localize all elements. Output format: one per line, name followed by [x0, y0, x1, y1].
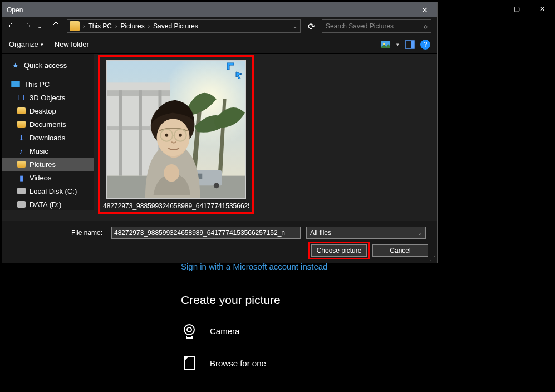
section-title: Create your picture — [181, 293, 543, 307]
file-area[interactable]: 48272973_988599324658989_641777415356625… — [94, 54, 437, 210]
forward-button[interactable]: 🡢 — [20, 20, 32, 32]
filename-label: File name: — [11, 229, 106, 237]
tree-label: DATA (D:) — [30, 200, 61, 209]
tree-label: Desktop — [30, 107, 56, 115]
folder-icon — [17, 120, 26, 129]
desktop-item[interactable]: Desktop — [2, 104, 94, 117]
downloads-item[interactable]: ⬇ Downloads — [2, 131, 94, 144]
tree-label: Quick access — [24, 61, 67, 70]
chevron-right-icon: › — [148, 23, 150, 30]
dialog-body: ★ Quick access This PC ❒ 3D Objects Desk… — [2, 54, 437, 210]
settings-content: Sign in with a Microsoft account instead… — [181, 262, 543, 371]
music-item[interactable]: ♪ Music — [2, 144, 94, 158]
filename-input[interactable] — [111, 227, 301, 239]
refresh-button[interactable]: ⟳ — [305, 20, 317, 32]
tree-label: Downloads — [30, 134, 65, 142]
camera-icon — [181, 322, 198, 339]
tree-label: Local Disk (C:) — [30, 187, 77, 195]
caret-down-icon[interactable]: ▾ — [396, 42, 399, 47]
thumbnail-image — [106, 60, 246, 199]
3d-objects-item[interactable]: ❒ 3D Objects — [2, 91, 94, 104]
filter-value: All files — [310, 229, 331, 237]
cube-icon: ❒ — [17, 93, 26, 102]
star-icon: ★ — [11, 61, 20, 70]
pc-icon — [11, 80, 20, 89]
resize-grip[interactable]: ⋰ — [429, 255, 436, 262]
dialog-title: Open — [7, 6, 23, 14]
search-icon: ⌕ — [424, 22, 428, 30]
option-browse[interactable]: Browse for one — [181, 355, 543, 371]
cancel-button[interactable]: Cancel — [372, 244, 428, 257]
preview-pane-button[interactable] — [405, 40, 415, 50]
download-icon: ⬇ — [17, 133, 26, 142]
maximize-button[interactable]: ▢ — [504, 0, 529, 18]
choose-picture-button[interactable]: Choose picture — [311, 244, 367, 257]
filename-row: File name: All files ⌄ — [2, 221, 437, 239]
breadcrumb[interactable]: Pictures — [120, 22, 144, 30]
breadcrumb[interactable]: This PC — [88, 22, 112, 30]
tree-sidebar[interactable]: ★ Quick access This PC ❒ 3D Objects Desk… — [2, 54, 94, 210]
thumbnail-caption: 48272973_988599324658989_641777415356625… — [103, 202, 249, 210]
this-pc-item[interactable]: This PC — [2, 77, 94, 91]
svg-rect-6 — [411, 41, 414, 48]
recent-locations-button[interactable]: ⌄ — [33, 20, 46, 32]
organize-button[interactable]: Organize ▾ — [9, 40, 43, 48]
tree-label: Pictures — [30, 160, 56, 169]
chevron-down-icon: ⌄ — [418, 230, 422, 236]
svg-rect-12 — [119, 90, 122, 176]
tree-label: 3D Objects — [30, 94, 65, 102]
browse-icon — [181, 355, 198, 371]
disk-icon — [17, 187, 26, 195]
svg-point-26 — [165, 134, 168, 137]
help-button[interactable]: ? — [420, 40, 430, 50]
documents-item[interactable]: Documents — [2, 117, 94, 131]
toolbar: Organize ▾ New folder ▾ ? — [2, 35, 437, 54]
caret-down-icon: ▾ — [41, 42, 43, 47]
music-icon: ♪ — [17, 146, 26, 155]
search-input[interactable]: Search Saved Pictures ⌕ — [322, 19, 431, 33]
open-dialog: Open ✕ 🡠 🡢 ⌄ 🡡 › This PC › Pictures › Sa… — [2, 2, 438, 263]
videos-item[interactable]: ▮ Videos — [2, 171, 94, 184]
dialog-titlebar: Open ✕ — [2, 2, 437, 17]
svg-point-27 — [179, 134, 182, 137]
svg-point-20 — [164, 164, 179, 182]
up-button[interactable]: 🡡 — [50, 20, 62, 32]
disk-icon — [17, 200, 26, 209]
new-folder-button[interactable]: New folder — [55, 40, 89, 48]
minimize-button[interactable]: — — [478, 0, 504, 18]
tree-label: This PC — [24, 80, 50, 89]
pictures-item[interactable]: Pictures — [2, 158, 94, 171]
breadcrumb[interactable]: Saved Pictures — [153, 22, 198, 30]
address-bar[interactable]: › This PC › Pictures › Saved Pictures ⌄ — [67, 19, 301, 33]
chevron-right-icon: › — [83, 23, 85, 30]
folder-icon — [70, 21, 80, 31]
back-button[interactable]: 🡠 — [7, 20, 19, 32]
folder-icon — [17, 106, 26, 115]
svg-point-1 — [187, 327, 191, 332]
view-mode-button[interactable] — [381, 40, 391, 50]
local-disk-c-item[interactable]: Local Disk (C:) — [2, 184, 94, 198]
svg-point-19 — [214, 183, 219, 188]
quick-access-item[interactable]: ★ Quick access — [2, 58, 94, 72]
dialog-close-button[interactable]: ✕ — [412, 2, 437, 17]
tree-label: Videos — [30, 174, 52, 182]
svg-rect-13 — [139, 90, 142, 176]
thumbnail-highlight: 48272973_988599324658989_641777415356625… — [98, 55, 254, 214]
svg-point-0 — [184, 325, 194, 335]
film-icon: ▮ — [17, 173, 26, 182]
close-button[interactable]: ✕ — [529, 0, 555, 18]
svg-point-22 — [157, 119, 190, 156]
folder-icon — [17, 160, 26, 169]
data-d-item[interactable]: DATA (D:) — [2, 198, 94, 210]
option-label: Browse for one — [210, 359, 266, 368]
tree-label: Music — [30, 147, 48, 155]
button-row: Choose picture Cancel — [2, 239, 437, 257]
dialog-bottom: File name: All files ⌄ Choose picture Ca… — [2, 221, 437, 263]
option-camera[interactable]: Camera — [181, 322, 543, 339]
chevron-right-icon: › — [115, 23, 117, 30]
chevron-down-icon[interactable]: ⌄ — [292, 22, 298, 30]
filetype-filter[interactable]: All files ⌄ — [306, 227, 426, 239]
search-placeholder: Search Saved Pictures — [326, 22, 394, 30]
file-thumbnail[interactable]: 48272973_988599324658989_641777415356625… — [100, 57, 252, 212]
close-icon: ✕ — [421, 6, 428, 14]
